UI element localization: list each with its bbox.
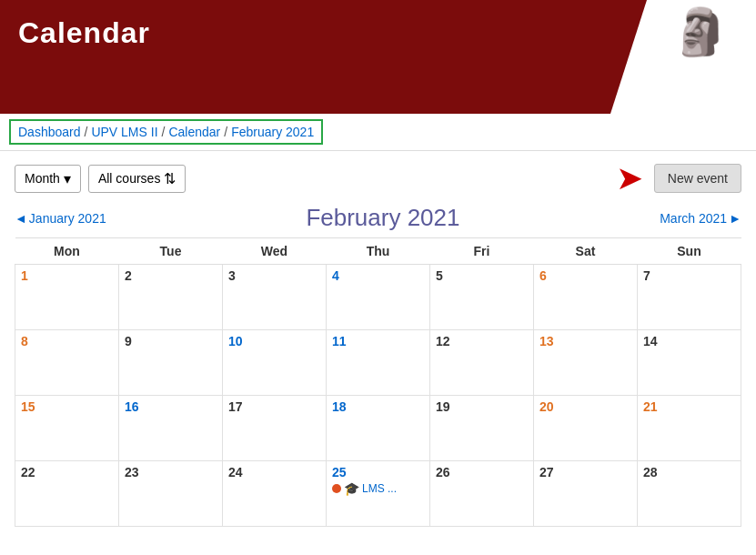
day-number-15: 15 bbox=[21, 399, 113, 414]
calendar-cell-22[interactable]: 22 bbox=[15, 461, 119, 527]
calendar-cell-13[interactable]: 13 bbox=[534, 330, 638, 396]
calendar-cell-25[interactable]: 25🎓LMS ... bbox=[327, 461, 430, 527]
day-number-13: 13 bbox=[539, 334, 631, 348]
breadcrumb-sep-2: / bbox=[162, 125, 166, 139]
col-header-sun: Sun bbox=[638, 238, 741, 265]
calendar-cell-7[interactable]: 7 bbox=[638, 265, 741, 330]
calendar-cell-12[interactable]: 12 bbox=[430, 330, 534, 396]
calendar-week-1: 1234567 bbox=[15, 265, 741, 330]
day-number-28: 28 bbox=[643, 465, 735, 479]
breadcrumb-sep-3: / bbox=[224, 125, 227, 139]
event-graduation-icon: 🎓 bbox=[344, 481, 359, 496]
statue-icon: 🗿 bbox=[672, 9, 729, 55]
calendar-cell-14[interactable]: 14 bbox=[638, 330, 741, 396]
calendar-cell-1[interactable]: 1 bbox=[15, 265, 119, 330]
calendar-cell-17[interactable]: 17 bbox=[223, 396, 327, 461]
day-number-16: 16 bbox=[125, 399, 217, 414]
calendar-cell-18[interactable]: 18 bbox=[327, 396, 430, 461]
calendar-cell-6[interactable]: 6 bbox=[534, 265, 638, 330]
event-row[interactable]: 🎓LMS ... bbox=[332, 481, 424, 496]
breadcrumb-bar: Dashboard / UPV LMS II / Calendar / Febr… bbox=[0, 114, 756, 151]
view-selector[interactable]: Month ▾ bbox=[15, 165, 81, 193]
calendar-cell-26[interactable]: 26 bbox=[430, 461, 534, 527]
day-number-8: 8 bbox=[21, 334, 113, 348]
main-content: Month ▾ All courses ⇅ ➤ New event ◄ Janu… bbox=[0, 151, 756, 555]
next-month-link[interactable]: March 2021 ► bbox=[660, 211, 741, 226]
day-number-26: 26 bbox=[436, 465, 528, 479]
day-number-18: 18 bbox=[332, 399, 424, 414]
toolbar: Month ▾ All courses ⇅ ➤ New event bbox=[15, 162, 741, 195]
col-header-tue: Tue bbox=[119, 238, 223, 265]
col-header-fri: Fri bbox=[430, 238, 534, 265]
calendar-cell-20[interactable]: 20 bbox=[534, 396, 638, 461]
calendar-cell-19[interactable]: 19 bbox=[430, 396, 534, 461]
calendar-cell-10[interactable]: 10 bbox=[223, 330, 327, 396]
col-header-mon: Mon bbox=[15, 238, 119, 265]
breadcrumb-calendar[interactable]: Calendar bbox=[168, 125, 220, 139]
col-header-wed: Wed bbox=[223, 238, 327, 265]
calendar-table: Mon Tue Wed Thu Fri Sat Sun 123456789101… bbox=[15, 237, 741, 527]
calendar-cell-11[interactable]: 11 bbox=[327, 330, 430, 396]
day-number-21: 21 bbox=[643, 399, 735, 414]
breadcrumb-upv-lms[interactable]: UPV LMS II bbox=[91, 125, 157, 139]
col-header-thu: Thu bbox=[327, 238, 430, 265]
calendar-nav: ◄ January 2021 February 2021 March 2021 … bbox=[15, 204, 741, 232]
courses-label: All courses bbox=[98, 171, 160, 186]
day-number-24: 24 bbox=[228, 465, 320, 479]
prev-arrow-icon: ◄ bbox=[15, 211, 27, 226]
calendar-cell-27[interactable]: 27 bbox=[534, 461, 638, 527]
day-number-5: 5 bbox=[436, 268, 528, 283]
day-number-4: 4 bbox=[332, 268, 424, 283]
next-month-label: March 2021 bbox=[660, 211, 727, 226]
prev-month-link[interactable]: ◄ January 2021 bbox=[15, 211, 106, 226]
calendar-cell-24[interactable]: 24 bbox=[223, 461, 327, 527]
day-number-14: 14 bbox=[643, 334, 735, 348]
breadcrumb-current: February 2021 bbox=[231, 125, 314, 139]
day-number-23: 23 bbox=[125, 465, 217, 479]
statue-area: 🗿 bbox=[610, 0, 756, 114]
day-number-17: 17 bbox=[228, 399, 320, 414]
courses-selector[interactable]: All courses ⇅ bbox=[88, 165, 186, 193]
breadcrumb-dashboard[interactable]: Dashboard bbox=[18, 125, 81, 139]
calendar-week-3: 15161718192021 bbox=[15, 396, 741, 461]
prev-month-label: January 2021 bbox=[29, 211, 106, 226]
breadcrumb-sep-1: / bbox=[85, 125, 88, 139]
day-number-12: 12 bbox=[436, 334, 528, 348]
calendar-cell-4[interactable]: 4 bbox=[327, 265, 430, 330]
calendar-cell-15[interactable]: 15 bbox=[15, 396, 119, 461]
day-number-27: 27 bbox=[539, 465, 631, 479]
day-number-19: 19 bbox=[436, 399, 528, 414]
header-decoration: 🗿 bbox=[610, 0, 756, 114]
calendar-cell-3[interactable]: 3 bbox=[223, 265, 327, 330]
toolbar-left: Month ▾ All courses ⇅ bbox=[15, 165, 186, 193]
breadcrumb: Dashboard / UPV LMS II / Calendar / Febr… bbox=[9, 119, 323, 145]
calendar-cell-2[interactable]: 2 bbox=[119, 265, 223, 330]
day-number-7: 7 bbox=[643, 268, 735, 283]
calendar-cell-21[interactable]: 21 bbox=[638, 396, 741, 461]
day-number-2: 2 bbox=[125, 268, 217, 283]
calendar-cell-23[interactable]: 23 bbox=[119, 461, 223, 527]
day-number-20: 20 bbox=[539, 399, 631, 414]
col-header-sat: Sat bbox=[534, 238, 638, 265]
calendar-cell-9[interactable]: 9 bbox=[119, 330, 223, 396]
calendar-week-4: 22232425🎓LMS ...262728 bbox=[15, 461, 741, 527]
calendar-week-2: 891011121314 bbox=[15, 330, 741, 396]
day-number-6: 6 bbox=[539, 268, 631, 283]
courses-dropdown-icon: ⇅ bbox=[164, 170, 176, 187]
red-arrow-icon: ➤ bbox=[616, 162, 643, 195]
next-arrow-icon: ► bbox=[729, 211, 741, 226]
view-dropdown-icon: ▾ bbox=[64, 170, 71, 187]
calendar-cell-8[interactable]: 8 bbox=[15, 330, 119, 396]
day-number-25: 25 bbox=[332, 465, 424, 479]
page-header: Calendar 🗿 bbox=[0, 0, 756, 114]
event-dot-icon bbox=[332, 484, 341, 493]
event-label: LMS ... bbox=[362, 482, 397, 495]
toolbar-right: ➤ New event bbox=[616, 162, 741, 195]
new-event-button[interactable]: New event bbox=[654, 164, 741, 193]
calendar-title: February 2021 bbox=[306, 204, 459, 232]
view-label: Month bbox=[25, 171, 60, 186]
calendar-cell-5[interactable]: 5 bbox=[430, 265, 534, 330]
calendar-cell-16[interactable]: 16 bbox=[119, 396, 223, 461]
day-number-22: 22 bbox=[21, 465, 113, 479]
calendar-cell-28[interactable]: 28 bbox=[638, 461, 741, 527]
